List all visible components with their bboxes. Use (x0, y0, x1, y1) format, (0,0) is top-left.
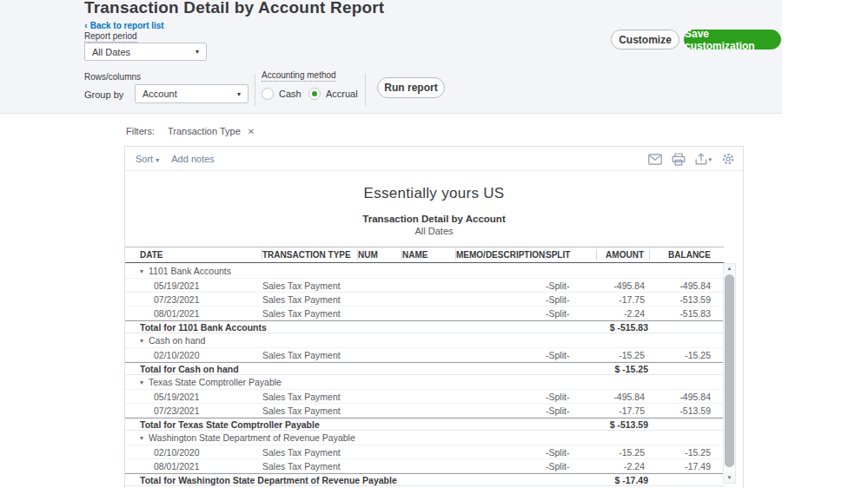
column-header: AMOUNT (597, 249, 650, 260)
email-icon[interactable] (648, 154, 662, 165)
save-customization-button[interactable]: Save customization (684, 30, 781, 49)
transaction-date: 08/01/2021 (140, 308, 262, 319)
total-amount: $ -15.25 (597, 364, 650, 374)
transaction-row[interactable]: 02/10/2020Sales Tax Payment-Split--15.25… (125, 445, 724, 459)
account-total-row: Total for Cash on hand$ -15.25 (125, 362, 724, 375)
filter-chip-transaction-type[interactable]: Transaction Type (168, 126, 241, 136)
filters-label: Filters: (126, 126, 155, 136)
transaction-type: Sales Tax Payment (262, 461, 358, 472)
transaction-date: 02/10/2020 (140, 447, 262, 458)
transaction-balance: -495.84 (650, 280, 719, 291)
transaction-type: Sales Tax Payment (262, 294, 358, 305)
total-label: Total for Washington State Department of… (140, 475, 597, 485)
column-header: MEMO/DESCRIPTION (456, 249, 546, 260)
transaction-type: Sales Tax Payment (262, 308, 358, 319)
transaction-row[interactable]: 05/19/2021Sales Tax Payment-Split--495.8… (125, 279, 724, 293)
total-label: Total for 1101 Bank Accounts (140, 322, 597, 333)
transaction-date: 05/19/2021 (140, 280, 262, 291)
transaction-row[interactable]: 07/23/2021Sales Tax Payment-Split--17.75… (125, 404, 724, 418)
transaction-row[interactable]: 08/01/2021Sales Tax Payment-Split--2.24-… (125, 307, 724, 320)
collapse-triangle-icon[interactable]: ▾ (140, 337, 143, 345)
collapse-triangle-icon[interactable]: ▾ (140, 379, 143, 386)
accounting-method-label: Accounting method (262, 70, 336, 82)
cash-radio[interactable] (262, 88, 274, 100)
transaction-balance: -17.49 (650, 461, 719, 472)
sort-caret-icon: ▾ (156, 156, 159, 164)
scroll-up-button[interactable]: ▲ (724, 264, 735, 274)
table-scrollbar[interactable]: ▲ ▼ (723, 263, 736, 484)
transaction-row[interactable]: 05/19/2021Sales Tax Payment-Split--495.8… (125, 390, 724, 404)
transaction-amount: -495.84 (597, 280, 650, 291)
transaction-date: 02/10/2020 (140, 350, 262, 360)
total-label: Total for Cash on hand (140, 364, 597, 374)
divider (365, 74, 366, 106)
total-amount: $ -17.49 (597, 475, 650, 485)
transaction-type: Sales Tax Payment (262, 447, 358, 458)
cash-radio-option[interactable]: Cash (262, 88, 301, 100)
add-notes-link[interactable]: Add notes (171, 154, 215, 164)
collapse-triangle-icon[interactable]: ▾ (140, 267, 143, 275)
report-table-header: DATETRANSACTION TYPENUMNAMEMEMO/DESCRIPT… (125, 247, 724, 263)
export-icon[interactable]: ▾ (695, 153, 712, 165)
collapse-triangle-icon[interactable]: ▾ (140, 434, 143, 442)
account-total-row: Total for 1101 Bank Accounts$ -515.83 (125, 320, 724, 333)
run-report-button[interactable]: Run report (377, 77, 445, 98)
transaction-row[interactable]: 08/01/2021Sales Tax Payment-Split--2.24-… (125, 459, 724, 473)
transaction-split: -Split- (546, 280, 597, 291)
scrollbar-thumb[interactable] (725, 274, 734, 467)
transaction-date: 08/01/2021 (140, 461, 262, 472)
chevron-down-icon: ▾ (195, 48, 199, 56)
group-by-value: Account (142, 89, 177, 99)
report-header-band: Transaction Detail by Account Report ‹Ba… (0, 0, 782, 114)
export-caret-icon: ▾ (708, 156, 712, 163)
account-group-row: ▾Cash on hand (125, 333, 724, 348)
filters-row: Filters: Transaction Type ✕ (126, 126, 255, 136)
print-icon[interactable] (672, 153, 686, 166)
account-group-label[interactable]: Washington State Department of Revenue P… (149, 432, 355, 443)
back-chevron-icon: ‹ (84, 20, 88, 30)
account-group-row: ▾Washington State Department of Revenue … (125, 431, 724, 445)
transaction-row[interactable]: 02/10/2020Sales Tax Payment-Split--15.25… (125, 348, 724, 362)
account-group-row: ▾Texas State Comptroller Payable (125, 375, 724, 390)
account-group-label[interactable]: 1101 Bank Accounts (149, 266, 231, 276)
transaction-date: 07/23/2021 (140, 294, 262, 305)
account-group-label[interactable]: Cash on hand (149, 335, 205, 346)
transaction-split: -Split- (546, 406, 597, 416)
column-header: TRANSACTION TYPE (262, 249, 358, 260)
transaction-split: -Split- (546, 294, 597, 305)
transaction-balance: -495.84 (650, 392, 719, 402)
transaction-detail-report-page: Transaction Detail by Account Report ‹Ba… (0, 0, 868, 488)
transaction-amount: -2.24 (597, 308, 650, 319)
company-name: Essentially yours US (125, 185, 743, 202)
report-title: Transaction Detail by Account (125, 214, 743, 224)
group-by-select[interactable]: Account ▾ (135, 84, 248, 103)
back-to-report-list-link[interactable]: ‹Back to report list (84, 20, 164, 30)
transaction-balance: -15.25 (650, 447, 719, 458)
accrual-radio-option[interactable]: Accrual (308, 88, 358, 100)
remove-filter-icon[interactable]: ✕ (248, 127, 255, 136)
transaction-row[interactable]: 07/23/2021Sales Tax Payment-Split--17.75… (125, 293, 724, 307)
total-label: Total for Texas State Comptroller Payabl… (140, 419, 597, 430)
accrual-radio[interactable] (308, 88, 321, 100)
total-amount: $ -513.59 (597, 419, 650, 430)
transaction-amount: -495.84 (597, 392, 650, 402)
transaction-split: -Split- (546, 392, 597, 402)
sort-menu[interactable]: Sort ▾ (136, 154, 159, 164)
transaction-date: 05/19/2021 (140, 392, 262, 402)
divider (255, 74, 255, 106)
transaction-type: Sales Tax Payment (262, 392, 358, 402)
transaction-balance: -513.59 (650, 406, 719, 416)
rows-columns-label: Rows/columns (84, 72, 141, 82)
customize-button[interactable]: Customize (611, 30, 679, 49)
report-toolbar: Sort ▾ Add notes (125, 147, 743, 171)
account-group-label[interactable]: Texas State Comptroller Payable (149, 377, 282, 387)
toolbar-icons: ▾ (648, 147, 735, 171)
scroll-down-button[interactable]: ▼ (724, 473, 735, 483)
transaction-amount: -15.25 (597, 350, 650, 360)
report-period-select[interactable]: All Dates ▾ (84, 43, 207, 61)
transaction-amount: -17.75 (597, 406, 650, 416)
transaction-type: Sales Tax Payment (262, 280, 358, 291)
transaction-type: Sales Tax Payment (262, 406, 358, 416)
transaction-amount: -17.75 (597, 294, 650, 305)
settings-icon[interactable] (721, 152, 735, 166)
